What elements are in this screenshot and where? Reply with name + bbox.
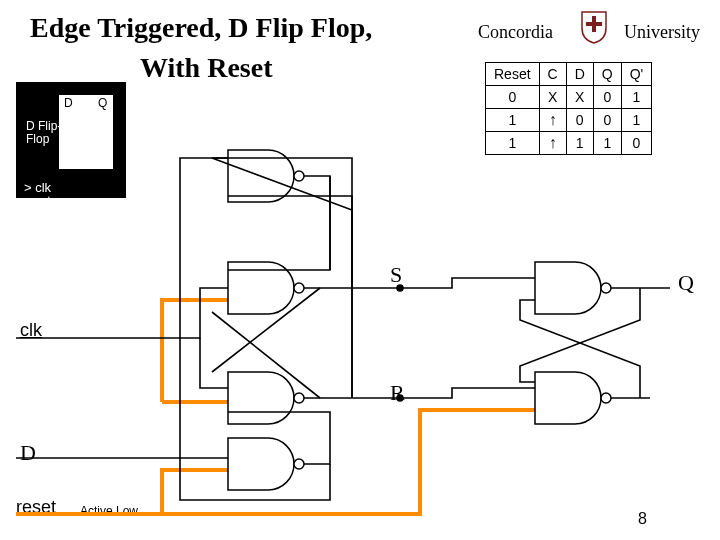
signal-wires [16, 158, 670, 500]
nand5-icon [535, 262, 611, 314]
circuit-diagram [0, 0, 720, 540]
nand6-icon [535, 372, 611, 424]
nand3-icon [228, 372, 304, 424]
nand4-icon [228, 438, 304, 490]
